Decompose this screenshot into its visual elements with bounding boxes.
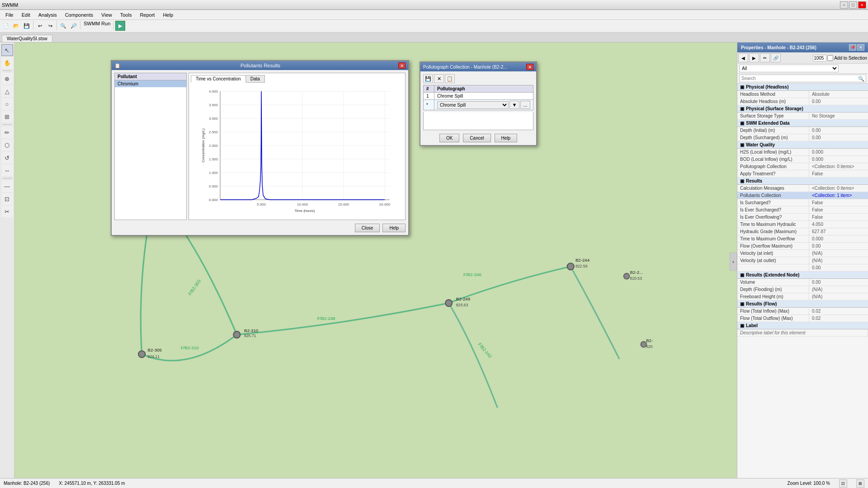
menu-analysis[interactable]: Analysis xyxy=(35,11,61,19)
polygon-icon[interactable]: ⬡ xyxy=(1,139,13,151)
cut-icon[interactable]: ✂ xyxy=(1,206,13,217)
section-physical-headloss[interactable]: ▣ Physical (Headloss) xyxy=(737,84,868,91)
props-nav-back[interactable]: ◀ xyxy=(738,53,748,62)
poll-help-btn[interactable]: Help xyxy=(382,224,406,232)
collapse-handle[interactable]: › xyxy=(730,253,737,271)
polluto-edit-btn[interactable]: 📋 xyxy=(445,74,455,83)
polluto-col-num: # xyxy=(424,85,434,93)
props-row: Pollutograph Collection <Collection: 0 i… xyxy=(737,163,868,170)
polluto-add-item-btn[interactable]: ... xyxy=(520,101,530,109)
toolbar-area: 📄 📂 💾 ↩ ↪ 🔍 🔎 SWMM Run ▶ xyxy=(0,20,868,33)
undo-btn[interactable]: ↩ xyxy=(35,21,45,31)
polluto-footer: OK Cancel Help xyxy=(423,134,533,142)
menu-edit[interactable]: Edit xyxy=(18,11,34,19)
new-btn[interactable]: 📄 xyxy=(1,21,11,31)
minimize-button[interactable]: − xyxy=(840,1,848,9)
section-results-flow[interactable]: ▣ Results (Flow) xyxy=(737,300,868,308)
pan-icon[interactable]: ✋ xyxy=(1,57,13,69)
menu-help[interactable]: Help xyxy=(159,11,177,19)
close-button[interactable]: ✕ xyxy=(858,1,866,9)
polluto-cancel-btn[interactable]: Cancel xyxy=(463,134,491,142)
search-input[interactable] xyxy=(739,75,866,82)
prop-val: (N/A) xyxy=(809,257,868,264)
rotate-icon[interactable]: ↺ xyxy=(1,152,13,164)
poll-dialog-close[interactable]: ✕ xyxy=(398,62,406,69)
polluto-help-btn[interactable]: Help xyxy=(495,134,518,142)
poll-close-btn[interactable]: Close xyxy=(355,224,380,232)
svg-text:825.63: 825.63 xyxy=(456,303,468,307)
menu-file[interactable]: File xyxy=(2,11,17,19)
measure-icon[interactable]: — xyxy=(1,180,13,192)
swmm-run-label: SWMM Run xyxy=(82,21,112,31)
menu-report[interactable]: Report xyxy=(136,11,158,19)
polluto-dropdown-btn[interactable]: ▼ xyxy=(509,101,519,109)
maximize-button[interactable]: □ xyxy=(849,1,857,9)
add-link-icon[interactable]: △ xyxy=(1,85,13,97)
section-swmm-extended[interactable]: ▣ SWM Extended Data xyxy=(737,120,868,127)
save-btn[interactable]: 💾 xyxy=(22,21,32,31)
props-row: Freeboard Height (m) (N/A) xyxy=(737,293,868,300)
resize-icon[interactable]: ↔ xyxy=(1,164,13,176)
polluto-table: # Pollutograph 1 Chrome Spill * Chrome S… xyxy=(423,85,533,110)
polluto-select[interactable]: Chrome Spill xyxy=(437,101,509,109)
section-label-section[interactable]: ▣ Label xyxy=(737,322,868,329)
prop-key: Velocity (at inlet) xyxy=(737,250,809,257)
svg-text:B2-310: B2-310 xyxy=(244,328,259,333)
section-physical-surface[interactable]: ▣ Physical (Surface Storage) xyxy=(737,105,868,113)
polluto-delete-btn[interactable]: ✕ xyxy=(434,74,444,83)
section-results-extended[interactable]: ▣ Results (Extended Node) xyxy=(737,272,868,279)
svg-text:822.59: 822.59 xyxy=(576,264,588,268)
props-row: Is Ever Surcharged? False xyxy=(737,206,868,214)
polluto-titlebar[interactable]: Pollutograph Collection - Manhole (B2-2.… xyxy=(420,62,536,71)
props-nav-fwd[interactable]: ▶ xyxy=(749,53,759,62)
add-to-selection-label: Add to Selection xyxy=(827,55,867,61)
section-label7: Results (Flow) xyxy=(746,301,777,306)
props-pin-btn[interactable]: 📌 xyxy=(849,44,856,51)
props-id-input[interactable] xyxy=(813,55,826,61)
svg-text:620: 620 xyxy=(646,344,653,349)
props-filter: All xyxy=(737,64,868,74)
poll-list-item-chromium[interactable]: Chromium xyxy=(115,80,186,87)
pollutants-collection-key: Pollutants Collection xyxy=(737,192,809,199)
prop-val: False xyxy=(809,214,868,221)
status-bar: Manhole: B2-243 (256) X: 245571.10 m, Y:… xyxy=(0,478,868,488)
tab-waterquality[interactable]: WaterQualitySI.stsw xyxy=(2,35,52,42)
prop-key: Is Surcharged? xyxy=(737,199,809,206)
tab-time-conc[interactable]: Time vs Concentration xyxy=(191,75,246,83)
select-icon[interactable]: ↖ xyxy=(1,44,13,56)
prop-key: Flow (Total Outflow) (Max) xyxy=(737,315,809,322)
add-node-icon[interactable]: ⊕ xyxy=(1,73,13,84)
props-link-btn[interactable]: 🔗 xyxy=(771,53,781,62)
section-water-quality[interactable]: ▣ Water Quality xyxy=(737,141,868,149)
section-label6: Results (Extended Node) xyxy=(746,272,799,277)
poll-dialog-body: Pollutant Chromium Time vs Concentration… xyxy=(114,73,406,220)
zoom-fit-btn[interactable]: ⊡ xyxy=(839,479,847,488)
pollutants-collection-row[interactable]: Pollutants Collection <Collection: 1 ite… xyxy=(737,192,868,199)
pollutants-dialog-titlebar[interactable]: 📋 Pollutants Results ✕ xyxy=(112,61,408,70)
tab-data[interactable]: Data xyxy=(245,75,265,83)
props-close-btn[interactable]: ✕ xyxy=(857,44,864,51)
run-btn[interactable]: ▶ xyxy=(115,21,125,31)
polluto-close[interactable]: ✕ xyxy=(526,64,533,70)
props-filter-select[interactable]: All xyxy=(739,65,839,72)
polluto-save-btn[interactable]: 💾 xyxy=(423,74,433,83)
props-row: Headloss Method Absolute xyxy=(737,91,868,98)
menu-tools[interactable]: Tools xyxy=(117,11,136,19)
polluto-ok-btn[interactable]: OK xyxy=(439,134,459,142)
zoom-out-btn[interactable]: 🔎 xyxy=(69,21,79,31)
menu-view[interactable]: View xyxy=(98,11,116,19)
props-edit-btn[interactable]: ✏ xyxy=(760,53,770,62)
section-results[interactable]: ▣ Results xyxy=(737,178,868,185)
prop-key: Flow (Total Inflow) (Max) xyxy=(737,308,809,314)
prop-val: 0.000 xyxy=(809,235,868,242)
circle-icon[interactable]: ○ xyxy=(1,98,13,110)
select2-icon[interactable]: ⊡ xyxy=(1,193,13,205)
edit-icon[interactable]: ✏ xyxy=(1,127,13,138)
zoom-full-btn[interactable]: ⊞ xyxy=(856,479,864,488)
add-to-selection-checkbox[interactable] xyxy=(827,55,833,61)
redo-btn[interactable]: ↪ xyxy=(45,21,55,31)
zoom-in-btn[interactable]: 🔍 xyxy=(58,21,68,31)
open-btn[interactable]: 📂 xyxy=(11,21,21,31)
grid-icon[interactable]: ⊞ xyxy=(1,111,13,122)
menu-components[interactable]: Components xyxy=(61,11,97,19)
